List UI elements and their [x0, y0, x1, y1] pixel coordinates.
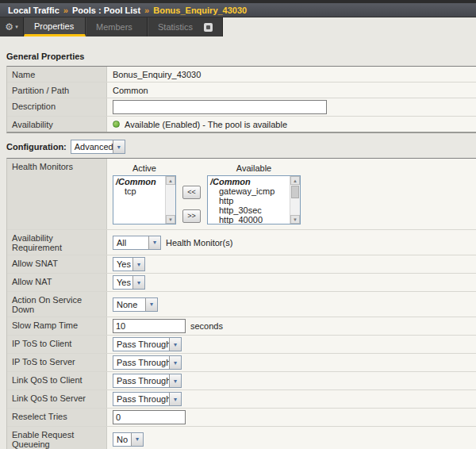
breadcrumb-link-local-traffic[interactable]: Local Traffic: [8, 6, 60, 15]
ip-tos-to-client-select[interactable]: Pass Through ▾: [113, 337, 182, 351]
availability-label: Availability: [7, 117, 107, 132]
partition-label: Partition / Path: [7, 83, 107, 98]
ip-tos-to-server-select[interactable]: Pass Through ▾: [113, 355, 182, 370]
tab-label: Properties: [34, 21, 74, 31]
reselect-tries-input[interactable]: [113, 410, 186, 424]
tab-members[interactable]: Members: [86, 17, 148, 36]
select-value: Pass Through: [113, 338, 169, 351]
description-label: Description: [7, 98, 107, 116]
scroll-down-icon[interactable]: ▼: [166, 215, 175, 224]
partition-value: Common: [107, 83, 476, 98]
table-row-action-on-service-down: Action On Service Down None ▾: [7, 292, 476, 317]
breadcrumb-current-pool: Bonus_Enquiry_43030: [153, 6, 247, 15]
chevron-down-icon: ▾: [15, 24, 18, 30]
general-properties-heading: General Properties: [6, 52, 476, 61]
scroll-down-icon[interactable]: ▼: [290, 215, 300, 224]
select-value: Yes: [113, 258, 132, 271]
table-row-ip-tos-to-client: IP ToS to Client Pass Through ▾: [7, 336, 476, 354]
table-row-enable-request-queueing: Enable Request Queueing No ▾: [7, 427, 476, 449]
breadcrumb-separator: »: [144, 6, 149, 15]
row-label: Action On Service Down: [7, 292, 107, 317]
scrollbar-thumb[interactable]: [291, 186, 299, 198]
table-row-ip-tos-to-server: IP ToS to Server Pass Through ▾: [7, 354, 476, 372]
chevron-down-icon: ▾: [169, 393, 181, 405]
row-label: Link QoS to Client: [7, 372, 107, 390]
table-row-slow-ramp-time: Slow Ramp Time seconds: [7, 317, 476, 336]
action-on-service-down-select[interactable]: None ▾: [113, 297, 158, 312]
general-properties-table: Name Bonus_Enquiry_43030 Partition / Pat…: [6, 66, 476, 133]
allow-nat-select[interactable]: Yes ▾: [113, 275, 145, 290]
table-row-link-qos-to-server: Link QoS to Server Pass Through ▾: [7, 390, 476, 409]
enable-request-queueing-select[interactable]: No ▾: [113, 432, 144, 447]
list-item[interactable]: http: [209, 196, 288, 205]
chevron-down-icon: ▾: [132, 258, 144, 271]
tab-bar: ⚙ ▾ Properties Members Statistics: [0, 17, 223, 36]
move-to-available-button[interactable]: >>: [182, 209, 201, 223]
gear-icon: ⚙: [5, 22, 13, 32]
breadcrumb: Local Traffic » Pools : Pool List » Bonu…: [0, 3, 476, 17]
select-value: All: [113, 236, 148, 249]
breadcrumb-separator: »: [63, 6, 68, 15]
table-row-health-monitors: Health Monitors Active /Common tcp ▲ ▼: [7, 159, 476, 230]
row-suffix: seconds: [190, 321, 223, 331]
list-item[interactable]: gateway_icmp: [209, 186, 288, 196]
active-list-header: Active: [113, 162, 176, 175]
availability-requirement-select[interactable]: All ▾: [113, 236, 161, 250]
status-available-icon: [113, 121, 120, 128]
health-monitors-label: Health Monitors: [7, 159, 107, 229]
available-monitors-listbox[interactable]: /Common gateway_icmp http http_30sec htt…: [207, 175, 301, 224]
chevron-down-icon: ▾: [131, 433, 143, 446]
configuration-mode-select[interactable]: Advanced ▾: [71, 140, 125, 154]
chevron-down-icon: ▾: [169, 356, 181, 369]
chevron-down-icon: ▾: [145, 298, 157, 311]
row-label: Slow Ramp Time: [7, 317, 107, 335]
gear-menu-button[interactable]: ⚙ ▾: [0, 17, 24, 36]
tab-properties[interactable]: Properties: [24, 17, 86, 36]
row-label: Enable Request Queueing: [7, 427, 107, 449]
select-value: Pass Through: [113, 374, 169, 387]
configuration-label: Configuration:: [6, 142, 67, 152]
configuration-table: Health Monitors Active /Common tcp ▲ ▼: [6, 158, 476, 449]
tab-label: Members: [96, 22, 132, 32]
select-value: Pass Through: [113, 393, 169, 405]
table-row-availability-requirement: Availability Requirement All ▾ Health Mo…: [7, 230, 476, 255]
row-label: Link QoS to Server: [7, 390, 107, 408]
list-item[interactable]: tcp: [114, 186, 163, 196]
slow-ramp-time-input[interactable]: [113, 319, 186, 333]
select-value: Yes: [113, 276, 132, 289]
chevron-down-icon: ▾: [169, 374, 181, 387]
row-label: Availability Requirement: [7, 230, 107, 255]
select-value: Advanced: [71, 140, 113, 153]
row-label: Reselect Tries: [7, 409, 107, 426]
available-list-header: Available: [207, 162, 301, 175]
chevron-down-icon: ▾: [148, 236, 160, 249]
list-item[interactable]: http_40000: [209, 215, 288, 224]
listbox-group-label: /Common: [209, 177, 288, 186]
select-value: No: [113, 433, 131, 446]
launch-popup-icon[interactable]: [204, 23, 213, 32]
row-label: Allow NAT: [7, 274, 107, 291]
table-row-link-qos-to-client: Link QoS to Client Pass Through ▾: [7, 372, 476, 390]
row-label: IP ToS to Server: [7, 354, 107, 371]
tab-label: Statistics: [158, 22, 193, 32]
row-suffix: Health Monitor(s): [166, 238, 232, 248]
scroll-up-icon[interactable]: ▲: [166, 176, 175, 185]
configuration-mode: Configuration: Advanced ▾: [6, 140, 476, 154]
chevron-down-icon: ▾: [169, 338, 181, 351]
select-value: Pass Through: [113, 356, 169, 369]
breadcrumb-link-pool-list[interactable]: Pools : Pool List: [72, 6, 140, 15]
page-content: General Properties Name Bonus_Enquiry_43…: [0, 52, 476, 449]
active-listbox-scrollbar: ▲ ▼: [165, 176, 175, 224]
link-qos-to-server-select[interactable]: Pass Through ▾: [113, 392, 182, 406]
table-row-availability: Availability Available (Enabled) - The p…: [7, 117, 476, 132]
scroll-up-icon[interactable]: ▲: [290, 176, 300, 185]
description-input[interactable]: [113, 100, 327, 114]
row-label: Allow SNAT: [7, 255, 107, 273]
allow-snat-select[interactable]: Yes ▾: [113, 257, 145, 271]
active-monitors-listbox[interactable]: /Common tcp ▲ ▼: [113, 175, 176, 224]
list-item[interactable]: http_30sec: [209, 205, 288, 215]
tab-statistics[interactable]: Statistics: [148, 17, 223, 36]
chevron-down-icon: ▾: [113, 140, 125, 153]
move-to-active-button[interactable]: <<: [182, 186, 201, 199]
link-qos-to-client-select[interactable]: Pass Through ▾: [113, 374, 182, 388]
